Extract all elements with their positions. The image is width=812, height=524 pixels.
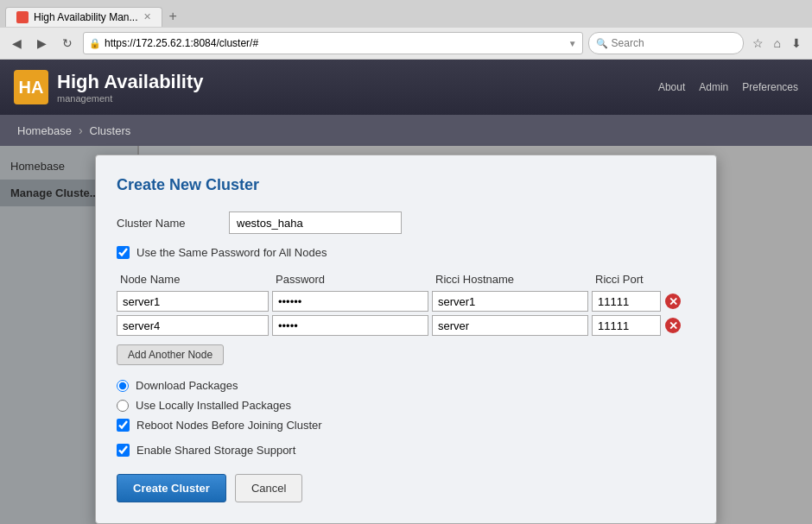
same-password-row: Use the Same Password for All Nodes [117, 246, 695, 259]
col-node-name-header: Node Name [117, 271, 272, 287]
app-title: High Availability [57, 71, 204, 93]
reboot-nodes-label: Reboot Nodes Before Joining Cluster [136, 419, 322, 432]
forward-button[interactable]: ▶ [32, 35, 52, 52]
modal-overlay: Create New Cluster Cluster Name Use the … [0, 146, 812, 524]
app-logo: HA High Availability management [14, 70, 204, 104]
reboot-nodes-row: Reboot Nodes Before Joining Cluster [117, 419, 695, 432]
preferences-link[interactable]: Preferences [742, 81, 798, 93]
shared-storage-checkbox[interactable] [117, 444, 130, 457]
node-ricci-port-input-1[interactable] [592, 291, 661, 312]
search-bar-container: 🔍 [588, 32, 744, 54]
node-password-input-2[interactable] [272, 315, 428, 336]
node-ricci-host-input-2[interactable] [432, 315, 588, 336]
lock-icon: 🔒 [89, 38, 101, 49]
shared-storage-row: Enable Shared Storage Support [117, 444, 695, 457]
download-packages-radio[interactable] [117, 380, 129, 392]
search-magnifier-icon: 🔍 [596, 38, 608, 49]
tab-favicon [16, 11, 29, 23]
close-tab-button[interactable]: ✕ [143, 11, 151, 22]
download-button[interactable]: ⬇ [788, 35, 805, 52]
content-area: Homebase Manage Cluste... Create New Clu… [0, 146, 812, 524]
col-password-header: Password [272, 271, 432, 287]
node-remove-button-1[interactable]: ✕ [664, 293, 682, 310]
table-row: ✕ [117, 291, 695, 312]
active-tab[interactable]: High Availability Man... ✕ [5, 7, 162, 27]
about-link[interactable]: About [658, 81, 685, 93]
breadcrumb-clusters[interactable]: Clusters [86, 124, 135, 137]
local-packages-label: Use Locally Installed Packages [136, 399, 291, 412]
create-cluster-button[interactable]: Create Cluster [117, 474, 226, 502]
browser-search-input[interactable] [612, 37, 715, 49]
shared-storage-label: Enable Shared Storage Support [136, 444, 295, 457]
node-password-input-1[interactable] [272, 291, 428, 312]
back-button[interactable]: ◀ [7, 35, 27, 52]
app-header: HA High Availability management About Ad… [0, 60, 812, 115]
node-name-input-2[interactable] [117, 315, 269, 336]
breadcrumb-separator: › [79, 123, 83, 137]
cluster-name-label: Cluster Name [117, 217, 229, 230]
same-password-checkbox[interactable] [117, 246, 130, 259]
create-cluster-dialog: Create New Cluster Cluster Name Use the … [95, 155, 717, 524]
cancel-button[interactable]: Cancel [235, 474, 302, 502]
node-ricci-host-input-1[interactable] [432, 291, 588, 312]
add-another-node-button[interactable]: Add Another Node [117, 344, 224, 365]
app-subtitle: management [57, 93, 204, 104]
cluster-name-input[interactable] [229, 211, 402, 234]
col-ricci-hostname-header: Ricci Hostname [432, 271, 592, 287]
address-input[interactable] [105, 37, 568, 49]
node-name-input-1[interactable] [117, 291, 269, 312]
breadcrumb-homebase[interactable]: Homebase [14, 124, 75, 137]
admin-link[interactable]: Admin [699, 81, 728, 93]
node-ricci-port-input-2[interactable] [592, 315, 661, 336]
download-packages-row: Download Packages [117, 379, 695, 392]
address-bar-container: 🔒 ▼ [83, 32, 583, 54]
cluster-name-row: Cluster Name [117, 211, 695, 234]
tab-title: High Availability Man... [34, 11, 138, 23]
nodes-table: Node Name Password Ricci Hostname Ricci … [117, 271, 695, 336]
address-dropdown-button[interactable]: ▼ [568, 39, 577, 48]
dialog-footer: Create Cluster Cancel [117, 474, 695, 502]
home-button[interactable]: ⌂ [771, 35, 784, 52]
bookmark-star-button[interactable]: ☆ [749, 35, 767, 52]
new-tab-button[interactable]: + [162, 9, 184, 24]
download-packages-label: Download Packages [136, 379, 238, 392]
refresh-button[interactable]: ↻ [57, 35, 78, 52]
nodes-table-header: Node Name Password Ricci Hostname Ricci … [117, 271, 695, 287]
breadcrumb: Homebase › Clusters [0, 115, 812, 146]
local-packages-row: Use Locally Installed Packages [117, 399, 695, 412]
app-logo-icon: HA [14, 70, 48, 104]
remove-icon-2: ✕ [665, 318, 681, 333]
reboot-nodes-checkbox[interactable] [117, 419, 130, 432]
dialog-title: Create New Cluster [117, 176, 695, 194]
col-ricci-port-header: Ricci Port [592, 271, 678, 287]
remove-icon-1: ✕ [665, 294, 681, 309]
local-packages-radio[interactable] [117, 400, 129, 412]
node-remove-button-2[interactable]: ✕ [664, 317, 682, 334]
same-password-label: Use the Same Password for All Nodes [136, 246, 327, 259]
app-nav-links: About Admin Preferences [658, 81, 798, 93]
table-row: ✕ [117, 315, 695, 336]
